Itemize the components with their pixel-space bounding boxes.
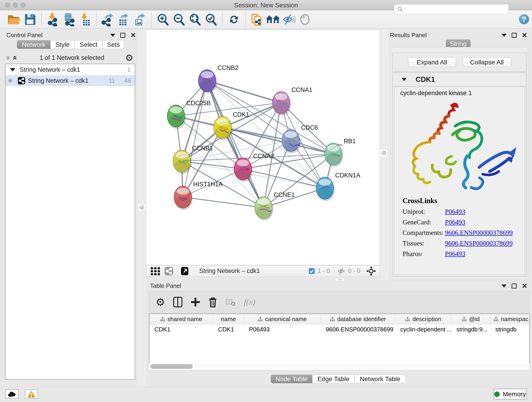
panel-float-icon[interactable] xyxy=(512,33,517,38)
column-header[interactable]: shared name xyxy=(149,314,213,324)
tab-edge-table[interactable]: Edge Table xyxy=(312,375,355,383)
export-network-icon[interactable] xyxy=(100,12,116,27)
launch-view-icon[interactable] xyxy=(181,267,188,276)
tab-style[interactable]: Style xyxy=(51,40,75,49)
warning-icon[interactable] xyxy=(25,389,38,399)
gear-icon[interactable]: ⚙ xyxy=(156,298,165,307)
save-session-icon[interactable] xyxy=(22,12,38,27)
network-edge[interactable] xyxy=(243,169,325,188)
protein-expander-icon[interactable] xyxy=(402,78,407,81)
tab-network[interactable]: Network xyxy=(17,40,51,49)
panel-collapse-icon[interactable] xyxy=(110,34,115,37)
network-edge[interactable] xyxy=(183,197,264,208)
refresh-layout-icon[interactable] xyxy=(226,12,242,27)
add-column-icon[interactable] xyxy=(191,297,200,307)
horizontal-splitter-handle[interactable] xyxy=(335,278,345,281)
table-cell[interactable]: cyclin-dependent ... xyxy=(395,324,451,334)
panel-close-icon[interactable]: ✕ xyxy=(522,33,527,38)
column-header[interactable]: @id xyxy=(451,314,490,324)
network-edge[interactable] xyxy=(207,81,281,103)
search-bar[interactable] xyxy=(394,4,509,14)
open-session-icon[interactable] xyxy=(6,12,22,27)
zoom-selected-icon[interactable] xyxy=(203,12,219,27)
tab-sets[interactable]: Sets xyxy=(103,40,124,49)
tab-network-table[interactable]: Network Table xyxy=(355,375,406,383)
import-database-icon[interactable] xyxy=(61,12,77,27)
crosslinks-list: Uniprot:P06493GeneCard:P06493Compartment… xyxy=(403,208,525,258)
network-edge[interactable] xyxy=(207,81,264,208)
export-table-icon[interactable] xyxy=(116,12,132,27)
panel-collapse-icon[interactable] xyxy=(501,34,507,37)
panel-collapse-icon[interactable] xyxy=(501,284,507,288)
table-row[interactable]: CDK1CDK1P064939606.ENSP00000378699cyclin… xyxy=(149,324,529,334)
network-node[interactable]: HIST1H1A xyxy=(174,181,223,210)
delete-column-icon[interactable] xyxy=(209,297,217,307)
column-header[interactable]: canonical name xyxy=(244,314,321,324)
left-splitter-handle[interactable] xyxy=(138,204,146,211)
zoom-out-icon[interactable] xyxy=(171,12,187,27)
column-header[interactable]: name xyxy=(213,314,244,324)
network-canvas[interactable]: CCNB2CCNA1CDC25BCDK1CDC6RB1CCNB1CCNA2CDK… xyxy=(146,30,380,265)
export-image-icon[interactable] xyxy=(132,12,148,27)
expand-all-button[interactable]: Expand All xyxy=(408,57,456,67)
import-network-icon[interactable] xyxy=(45,12,61,27)
crosslink-link[interactable]: P06493 xyxy=(445,208,465,216)
import-table-icon[interactable] xyxy=(77,12,93,27)
table-cell[interactable]: stringdb xyxy=(490,324,530,334)
search-input[interactable] xyxy=(403,6,508,13)
table-cell[interactable]: 9606.ENSP00000378699 xyxy=(321,324,395,334)
node-table[interactable]: shared namenamecanonical namedatabase id… xyxy=(149,313,530,370)
crosslink-link[interactable]: 9606.ENSP00000378699 xyxy=(445,229,513,236)
network-node[interactable]: RB1 xyxy=(325,138,356,167)
crosslink-link[interactable]: P06493 xyxy=(445,250,465,258)
network-row[interactable]: String Network – cdk1 11 48 xyxy=(6,75,135,86)
table-tabs: Node Table Edge Table Network Table xyxy=(271,375,406,383)
table-cell[interactable]: stringdb:9... xyxy=(451,324,490,334)
column-header[interactable]: database identifier xyxy=(321,314,395,324)
clear-table-icon[interactable] xyxy=(225,298,235,306)
tab-node-table[interactable]: Node Table xyxy=(271,375,312,383)
column-header[interactable]: namespac xyxy=(490,314,530,324)
panel-close-icon[interactable]: ✕ xyxy=(130,33,136,38)
panel-float-icon[interactable] xyxy=(120,33,125,38)
copy-style-icon[interactable] xyxy=(249,12,265,27)
tab-select[interactable]: Select xyxy=(75,40,103,49)
home-pages-icon[interactable] xyxy=(265,12,281,27)
column-header[interactable]: description xyxy=(395,314,451,324)
collection-expander-icon[interactable] xyxy=(10,68,15,71)
panel-close-icon[interactable]: ✕ xyxy=(522,283,527,288)
network-node[interactable]: CCNB1 xyxy=(173,145,213,174)
network-options-gear-icon[interactable]: ⚙ xyxy=(125,53,133,62)
panel-float-icon[interactable] xyxy=(512,283,517,288)
network-graph[interactable]: CCNB2CCNA1CDC25BCDK1CDC6RB1CCNB1CCNA2CDK… xyxy=(146,30,380,265)
table-cell[interactable]: CDK1 xyxy=(213,324,244,334)
left-splitter[interactable] xyxy=(138,30,146,386)
network-node[interactable]: CCNE1 xyxy=(255,191,295,220)
network-node[interactable]: CCNA1 xyxy=(272,86,312,115)
table-cell[interactable]: P06493 xyxy=(244,324,321,334)
table-hscrollbar[interactable] xyxy=(149,363,530,370)
right-splitter-handle[interactable] xyxy=(380,149,388,157)
crosslink-link[interactable]: P06493 xyxy=(445,218,465,226)
hscrollbar-thumb[interactable] xyxy=(150,364,193,369)
columns-icon[interactable] xyxy=(173,297,182,307)
memory-button[interactable]: Memory xyxy=(493,389,527,400)
function-icon[interactable]: f(x) xyxy=(244,297,255,307)
network-collection-row[interactable]: String Network – cdk1 1 xyxy=(6,64,135,75)
network-edge[interactable] xyxy=(183,81,207,197)
hidden-eye-icon[interactable] xyxy=(337,268,346,274)
show-hide-icon[interactable] xyxy=(281,12,297,27)
collapse-all-networks-icon[interactable]: « xyxy=(11,54,20,61)
help-icon[interactable]: ? xyxy=(519,14,529,24)
crosshair-icon[interactable] xyxy=(366,266,376,276)
cloud-icon[interactable] xyxy=(5,389,19,399)
share-view-icon[interactable] xyxy=(164,267,173,276)
table-cell[interactable]: CDK1 xyxy=(149,324,213,334)
selected-checkbox-icon[interactable] xyxy=(309,268,315,274)
crosslink-link[interactable]: 9606.ENSP00000378699 xyxy=(445,240,513,247)
network-node[interactable]: CDKN1A xyxy=(316,172,360,201)
zoom-in-icon[interactable] xyxy=(155,12,171,27)
zoom-fit-icon[interactable] xyxy=(187,12,203,27)
collapse-all-button[interactable]: Collapse All xyxy=(463,57,511,67)
grid-view-icon[interactable] xyxy=(150,267,161,275)
